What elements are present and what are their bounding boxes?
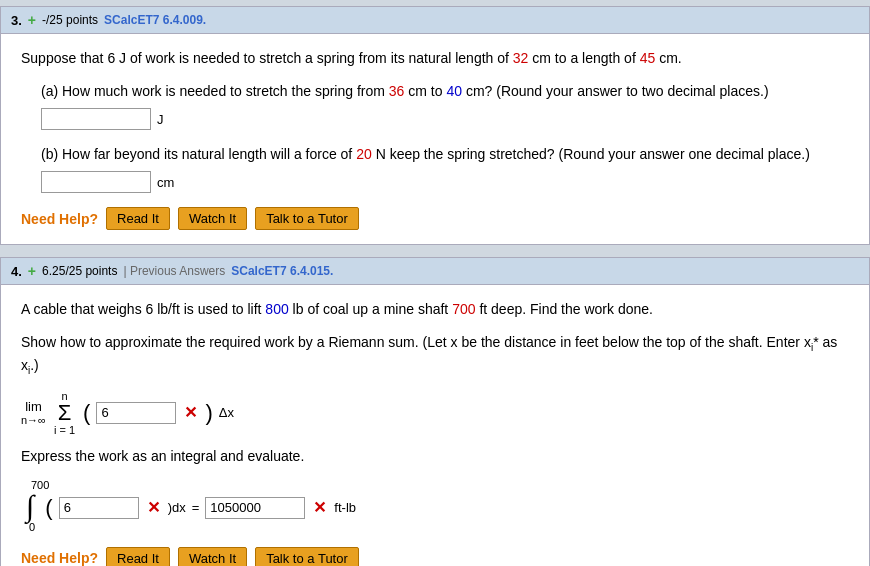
q3-part-a-input-row: J (41, 108, 849, 130)
q4-equals: = (192, 500, 200, 515)
q3-part-a: (a) How much work is needed to stretch t… (41, 81, 849, 130)
q4-integral-sym: ∫ (26, 491, 34, 521)
q3-arrow-icon: + (28, 12, 36, 28)
q4-riemann-row: lim n→∞ n Σ i = 1 ( ✕ ) Δx (21, 390, 849, 436)
q3-need-help-label: Need Help? (21, 211, 98, 227)
q4-riemann-intro: Show how to approximate the required wor… (21, 332, 849, 378)
q4-riemann-wrong-icon: ✕ (184, 403, 197, 422)
q3-part-b-input[interactable] (41, 171, 151, 193)
q4-need-help-row: Need Help? Read It Watch It Talk to a Tu… (21, 547, 849, 566)
q3-part-b-label: (b) How far beyond its natural length wi… (41, 144, 849, 165)
q3-part-a-input[interactable] (41, 108, 151, 130)
q4-talk-tutor-button[interactable]: Talk to a Tutor (255, 547, 359, 566)
q3-part-b: (b) How far beyond its natural length wi… (41, 144, 849, 193)
q3-read-it-button[interactable]: Read It (106, 207, 170, 230)
q3-part-a-unit: J (157, 112, 164, 127)
q4-integral-section: Express the work as an integral and eval… (21, 446, 849, 533)
q4-integral-wrong-icon: ✕ (147, 498, 160, 517)
q4-need-help-label: Need Help? (21, 550, 98, 566)
q4-paren-close: ) (205, 402, 212, 424)
q3-talk-tutor-button[interactable]: Talk to a Tutor (255, 207, 359, 230)
q3-intro-text: Suppose that 6 J of work is needed to st… (21, 50, 509, 66)
q4-paren-open: ( (83, 402, 90, 424)
question-4-header: 4. + 6.25/25 points | Previous Answers S… (1, 258, 869, 285)
question-4-body: A cable that weighs 6 lb/ft is used to l… (1, 285, 869, 566)
q3-num2: 45 (640, 50, 656, 66)
q4-watch-it-button[interactable]: Watch It (178, 547, 247, 566)
q3-part-b-input-row: cm (41, 171, 849, 193)
q4-arrow-icon: + (28, 263, 36, 279)
q4-dx-label: )dx (168, 500, 186, 515)
q3-watch-it-button[interactable]: Watch It (178, 207, 247, 230)
q4-answer-wrong-icon: ✕ (313, 498, 326, 517)
q4-integral-lower: 0 (29, 521, 35, 533)
q3-need-help-row: Need Help? Read It Watch It Talk to a Tu… (21, 207, 849, 230)
question-3-body: Suppose that 6 J of work is needed to st… (1, 34, 869, 244)
q4-separator: | Previous Answers (123, 264, 225, 278)
q4-riemann-input[interactable] (96, 402, 176, 424)
q3-intro-mid: cm to a length of (532, 50, 636, 66)
q3-number: 3. (11, 13, 22, 28)
q4-points: 6.25/25 points (42, 264, 117, 278)
q4-sigma-block: n Σ i = 1 (54, 390, 75, 436)
q4-riemann-section: Show how to approximate the required wor… (21, 332, 849, 436)
q3-part-b-unit: cm (157, 175, 174, 190)
q4-intro: A cable that weighs 6 lb/ft is used to l… (21, 299, 849, 320)
q4-ftlb: ft-lb (334, 500, 356, 515)
q3-num1: 32 (513, 50, 529, 66)
q4-answer-input[interactable] (205, 497, 305, 519)
q4-read-it-button[interactable]: Read It (106, 547, 170, 566)
q4-int-paren-open: ( (45, 497, 52, 519)
question-3-header: 3. + -/25 points SCalcET7 6.4.009. (1, 7, 869, 34)
q4-integral-input[interactable] (59, 497, 139, 519)
q3-intro: Suppose that 6 J of work is needed to st… (21, 48, 849, 69)
q4-integral-upper: 700 (31, 479, 49, 491)
q4-source: SCalcET7 6.4.015. (231, 264, 333, 278)
q4-lim-block: lim n→∞ (21, 399, 46, 426)
q3-source: SCalcET7 6.4.009. (104, 13, 206, 27)
q3-intro-end: cm. (659, 50, 682, 66)
question-4-block: 4. + 6.25/25 points | Previous Answers S… (0, 257, 870, 566)
q4-number: 4. (11, 264, 22, 279)
q4-integral-row: 700 ∫ 0 ( ✕ )dx = ✕ ft-lb (21, 479, 849, 533)
q3-part-a-label: (a) How much work is needed to stretch t… (41, 81, 849, 102)
q4-delta-x: Δx (219, 405, 234, 420)
question-3-block: 3. + -/25 points SCalcET7 6.4.009. Suppo… (0, 6, 870, 245)
q3-points: -/25 points (42, 13, 98, 27)
q4-integral-label: Express the work as an integral and eval… (21, 446, 849, 467)
